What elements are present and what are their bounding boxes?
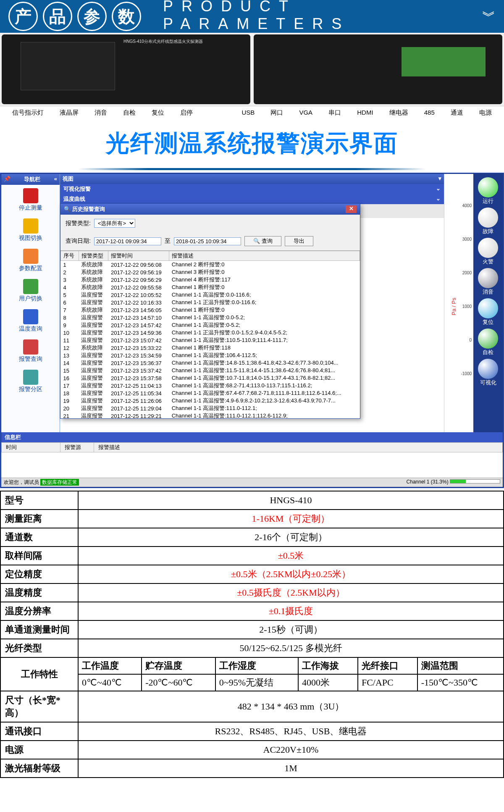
query-date-label: 查询日期:	[66, 237, 91, 245]
table-row[interactable]: 18温度报警2017-12-25 11:05:34Channel 1-1 高温报…	[61, 389, 360, 397]
table-row[interactable]: 11温度报警2017-12-23 15:07:42Channel 1-1 高温报…	[61, 336, 360, 344]
nav-sidebar: 📌 导航栏 « 停止测量视图切换参数配置用户切换温度查询报警查询报警分区	[1, 174, 60, 432]
table-row[interactable]: 17温度报警2017-12-25 11:04:13Channel 1-1 高温报…	[61, 382, 360, 389]
side-button-label: 故障	[478, 228, 498, 235]
side-button-label: 运行	[478, 197, 498, 205]
col-index[interactable]: 序号	[61, 251, 79, 261]
hw-label: 485	[424, 109, 435, 117]
view-panel-title: 视图	[63, 175, 74, 183]
nav-icon	[23, 279, 38, 294]
gauge-tick: 4000	[462, 203, 472, 208]
info-col-source: 报警源	[60, 443, 94, 452]
date-from-input[interactable]	[94, 237, 161, 245]
info-col-desc: 报警描述	[94, 443, 503, 452]
visual-alarm-header[interactable]: 可视化报警⌄	[60, 184, 444, 194]
nav-item-温度查询[interactable]: 温度查询	[1, 306, 60, 336]
spec-table: 型号HNGS-410测量距离1-16KM（可定制）通道数2-16个（可定制）取样…	[0, 491, 504, 778]
gauge-tick: 0	[469, 338, 472, 342]
side-button-故障[interactable]	[478, 208, 498, 228]
col-time[interactable]: 报警时间	[108, 251, 169, 261]
table-row[interactable]: 20温度报警2017-12-25 11:29:04Channel 1-1 高温报…	[61, 405, 360, 412]
table-row[interactable]: 6温度报警2017-12-22 10:16:33Channel 1-1 正温升报…	[61, 299, 360, 306]
date-to-label: 至	[165, 237, 171, 245]
spec-value: AC220V±10%	[78, 741, 504, 759]
nav-item-停止测量[interactable]: 停止测量	[1, 185, 60, 215]
temp-curve-header[interactable]: 温度曲线⌄	[60, 194, 444, 204]
nav-item-参数配置[interactable]: 参数配置	[1, 245, 60, 276]
nav-item-报警查询[interactable]: 报警查询	[1, 336, 60, 366]
table-row[interactable]: 13温度报警2017-12-23 15:34:59Channel 1-1 高温报…	[61, 352, 360, 359]
collapse-icon[interactable]: «	[54, 176, 57, 183]
col-type[interactable]: 报警类型	[79, 251, 108, 261]
spec-value: 2-16个（可定制）	[78, 528, 504, 547]
page-title: 光纤测温系统报警演示界面	[0, 119, 504, 168]
export-button[interactable]: 导出	[285, 236, 313, 246]
dialog-filter-form: 报警类型: <选择所有> 查询日期: 至 🔍 查询 导出	[60, 215, 360, 250]
query-button[interactable]: 🔍 查询	[244, 236, 281, 246]
spec-key: 取样间隔	[0, 547, 78, 565]
spec-key: 尺寸（长*宽*高）	[0, 691, 78, 722]
side-button-运行[interactable]	[478, 177, 498, 197]
spec-work-col: 工作温度	[78, 657, 142, 674]
spec-work-val: 4000米	[298, 674, 358, 691]
table-row[interactable]: 12系统故障2017-12-23 15:33:22Channel 1 断纤报警:…	[61, 344, 360, 352]
title-underline	[78, 168, 426, 170]
info-empty-row	[2, 452, 503, 478]
dialog-titlebar[interactable]: 🔍 历史报警查询 ✕	[60, 204, 360, 215]
device-model-label: HNGS-410分布式光纤线型感温火灾探测器	[123, 39, 203, 45]
spec-work-col: 测温范围	[417, 657, 504, 674]
hw-label: 启停	[180, 109, 193, 117]
nav-label: 温度查询	[19, 325, 42, 332]
table-row[interactable]: 7系统故障2017-12-23 14:56:05Channel 1 断纤报警:0	[61, 306, 360, 314]
table-row[interactable]: 5温度报警2017-12-22 10:05:52Channel 1-1 高温报警…	[61, 291, 360, 299]
gauge-ylabel: Pa / Ps	[451, 297, 457, 315]
hw-label: 液晶屏	[60, 109, 79, 117]
side-button-自检[interactable]	[478, 328, 498, 349]
table-row[interactable]: 8温度报警2017-12-23 14:57:10Channel 1-1 高温报警…	[61, 314, 360, 321]
nav-icon	[23, 218, 38, 234]
spec-work-col: 工作湿度	[215, 657, 298, 674]
lcd-screen	[21, 42, 115, 90]
table-row[interactable]: 16温度报警2017-12-23 15:37:58Channel 1-1 高温报…	[61, 374, 360, 382]
spec-key: 通讯接口	[0, 722, 78, 741]
spec-key: 光纤类型	[0, 639, 78, 657]
hw-label: 自检	[123, 109, 136, 117]
table-row[interactable]: 3系统故障2017-12-22 09:56:29Channel 4 断纤报警:1…	[61, 276, 360, 284]
hw-label: 继电器	[389, 109, 408, 117]
hw-label: 串口	[328, 109, 341, 117]
table-row[interactable]: 2系统故障2017-12-22 09:56:19Channel 3 断纤报警:0	[61, 268, 360, 276]
hw-label: 电源	[479, 109, 492, 117]
spec-work-col: 工作海拔	[298, 657, 358, 674]
table-row[interactable]: 14温度报警2017-12-23 15:36:37Channel 1-1 高温报…	[61, 359, 360, 367]
spec-value: ±0.5米	[78, 547, 504, 565]
table-row[interactable]: 19温度报警2017-12-25 11:26:06Channel 1-1 高温报…	[61, 397, 360, 405]
spec-work-val: -150℃~350℃	[417, 674, 504, 691]
alarm-results-table[interactable]: 序号 报警类型 报警时间 报警描述 1系统故障2017-12-22 09:56:…	[60, 250, 360, 418]
date-to-input[interactable]	[174, 237, 241, 245]
table-row[interactable]: 15温度报警2017-12-23 15:37:42Channel 1-1 高温报…	[61, 367, 360, 374]
table-row[interactable]: 10温度报警2017-12-23 14:59:36Channel 1-1 正温升…	[61, 329, 360, 336]
col-desc[interactable]: 报警描述	[169, 251, 360, 261]
pin-icon: 📌	[4, 176, 10, 183]
dialog-close-button[interactable]: ✕	[346, 205, 357, 213]
spec-key: 温度精度	[0, 583, 78, 602]
nav-icon	[23, 339, 38, 355]
panel-menu-icon[interactable]: ▾	[438, 175, 441, 183]
nav-item-用户切换[interactable]: 用户切换	[1, 276, 60, 306]
nav-header: 📌 导航栏 «	[1, 174, 60, 185]
nav-icon	[23, 370, 38, 385]
side-button-消音[interactable]	[478, 268, 498, 288]
alarm-type-select[interactable]: <选择所有>	[94, 219, 135, 228]
spec-key: 电源	[0, 741, 78, 759]
side-button-火警[interactable]	[478, 238, 498, 258]
side-button-可视化[interactable]	[478, 359, 498, 379]
table-row[interactable]: 21温度报警2017-12-25 11:29:21Channel 1-1 高温报…	[61, 412, 360, 418]
table-row[interactable]: 1系统故障2017-12-22 09:56:08Channel 2 断纤报警:0	[61, 261, 360, 269]
nav-item-视图切换[interactable]: 视图切换	[1, 215, 60, 245]
side-button-复位[interactable]	[478, 298, 498, 318]
table-row[interactable]: 9温度报警2017-12-23 14:57:42Channel 1-1 高温报警…	[61, 321, 360, 329]
table-row[interactable]: 4系统故障2017-12-22 09:55:58Channel 1 断纤报警:0	[61, 284, 360, 291]
nav-item-报警分区[interactable]: 报警分区	[1, 366, 60, 397]
spec-key: 单通道测量时间	[0, 620, 78, 639]
spec-work-val: 0℃~40℃	[78, 674, 142, 691]
